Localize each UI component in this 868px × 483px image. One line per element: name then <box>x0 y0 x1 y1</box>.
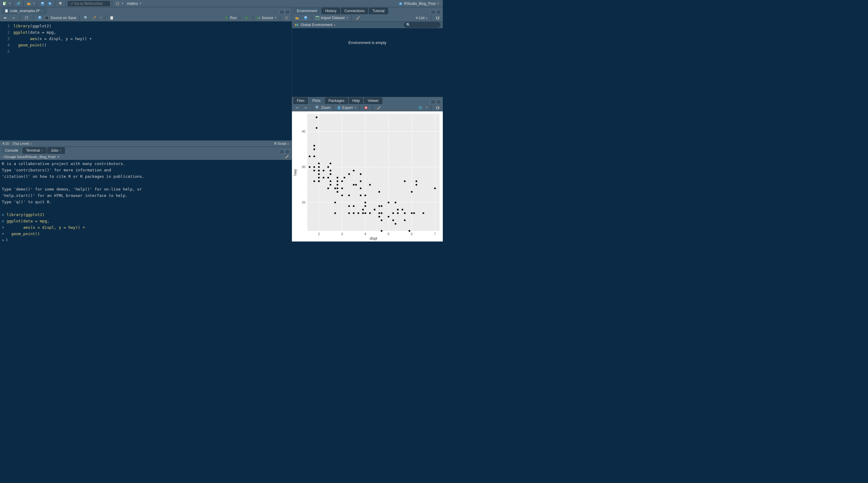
forward-icon[interactable]: ➡ <box>10 15 17 21</box>
dropdown-icon[interactable]: ▼ <box>33 2 35 5</box>
save-icon[interactable] <box>39 1 46 7</box>
print-icon[interactable] <box>57 1 64 7</box>
svg-point-133 <box>378 213 380 214</box>
clear-console-icon[interactable] <box>285 154 289 159</box>
source-on-save-label: Source on Save <box>51 16 76 20</box>
export-menu[interactable]: Export ▼ <box>337 105 356 110</box>
svg-point-71 <box>313 170 315 171</box>
clear-plots-icon[interactable] <box>376 105 382 111</box>
remove-plot-icon[interactable] <box>363 105 369 111</box>
console-output[interactable]: R is a collaborative project with many c… <box>0 160 292 242</box>
svg-point-92 <box>330 173 332 175</box>
new-file-icon[interactable] <box>1 1 8 7</box>
back-icon[interactable]: ⬅ <box>2 15 8 21</box>
svg-point-77 <box>316 127 317 129</box>
svg-rect-31 <box>316 16 319 17</box>
refresh-icon[interactable] <box>434 105 441 111</box>
save-icon[interactable] <box>36 15 43 21</box>
svg-point-157 <box>423 213 424 214</box>
svg-point-120 <box>360 188 362 189</box>
source-button[interactable]: Source ▼ <box>256 16 277 20</box>
tab-files[interactable]: Files <box>293 97 308 104</box>
tab-terminal[interactable]: Terminal × <box>23 147 46 154</box>
environment-search[interactable]: 🔍 <box>404 22 440 28</box>
tab-viewer[interactable]: Viewer <box>364 97 382 104</box>
svg-text:30: 30 <box>302 165 305 169</box>
svg-point-76 <box>316 117 317 118</box>
minimize-icon[interactable] <box>280 150 284 154</box>
svg-point-114 <box>353 213 355 214</box>
previous-plot-icon[interactable]: ⬅ <box>294 105 301 111</box>
save-workspace-icon[interactable] <box>302 15 309 21</box>
show-in-new-window-icon[interactable] <box>23 15 30 21</box>
outline-icon[interactable] <box>283 15 290 21</box>
tab-jobs[interactable]: Jobs × <box>47 147 65 154</box>
clear-objects-icon[interactable] <box>355 15 362 21</box>
close-icon[interactable]: × <box>60 149 62 152</box>
tab-help[interactable]: Help <box>349 97 364 104</box>
maximize-icon[interactable] <box>436 100 441 104</box>
search-icon: 🔍 <box>406 23 411 27</box>
minimize-icon[interactable] <box>431 100 436 104</box>
tab-plots[interactable]: Plots <box>309 97 324 104</box>
source-tab[interactable]: code_examples.R* × <box>1 8 47 14</box>
svg-rect-24 <box>247 17 248 19</box>
open-file-icon[interactable] <box>26 1 32 7</box>
tab-environment[interactable]: Environment <box>293 8 321 14</box>
scope-indicator[interactable]: (Top Level) ⇕ <box>12 142 32 145</box>
svg-point-95 <box>330 163 332 164</box>
maximize-icon[interactable] <box>285 10 290 14</box>
dropdown-icon[interactable]: ▼ <box>121 2 124 5</box>
code-tools-icon[interactable] <box>91 15 98 21</box>
load-workspace-icon[interactable] <box>294 15 301 21</box>
next-plot-icon[interactable]: ➡ <box>302 105 309 111</box>
compile-report-icon[interactable] <box>108 15 115 21</box>
svg-point-154 <box>413 213 415 214</box>
tab-history[interactable]: History <box>321 8 340 14</box>
svg-point-89 <box>328 177 329 179</box>
maximize-icon[interactable] <box>436 10 441 14</box>
tab-packages[interactable]: Packages <box>325 97 348 104</box>
dropdown-icon[interactable]: ▼ <box>8 2 11 5</box>
project-menu[interactable]: R RStudio_Blog_Post ▼ <box>399 2 439 6</box>
tab-tutorial[interactable]: Tutorial <box>369 8 388 14</box>
source-on-save-checkbox[interactable] <box>45 16 49 20</box>
svg-point-122 <box>362 213 364 214</box>
svg-rect-8 <box>49 3 51 4</box>
list-grid-toggle[interactable]: ≡ List ▼ <box>416 16 428 20</box>
svg-point-68 <box>309 156 310 157</box>
environment-scope[interactable]: Global Environment ▼ <box>301 23 336 27</box>
goto-file-input[interactable]: ↗ Go to file/function <box>68 1 110 6</box>
svg-point-139 <box>388 216 390 218</box>
zoom-button[interactable]: 🔍 Zoom <box>315 105 331 110</box>
refresh-icon[interactable] <box>434 15 441 21</box>
close-icon[interactable]: × <box>41 9 43 13</box>
code-editor[interactable]: 12345 library(ggplot2) ggplot(data = mpg… <box>0 22 292 140</box>
svg-point-87 <box>322 170 324 171</box>
publish-icon[interactable] <box>417 105 424 111</box>
rerun-icon[interactable] <box>243 15 250 21</box>
working-directory: ~/Google Drive/RStudio_Blog_Post/ <box>2 155 56 159</box>
svg-text:3: 3 <box>341 232 343 236</box>
svg-point-105 <box>341 188 343 189</box>
new-project-icon[interactable] <box>15 1 22 7</box>
file-type-indicator[interactable]: R Script ⇕ <box>274 142 289 145</box>
find-icon[interactable]: 🔍 <box>83 15 89 21</box>
svg-text:R: R <box>400 2 402 5</box>
minimize-icon[interactable] <box>280 10 284 14</box>
run-button[interactable]: Run <box>225 16 237 20</box>
close-icon[interactable]: × <box>41 149 43 152</box>
import-dataset-menu[interactable]: Import Dataset ▼ <box>315 16 348 20</box>
tab-connections[interactable]: Connections <box>341 8 368 14</box>
svg-rect-39 <box>307 114 439 231</box>
tab-console[interactable]: Console <box>1 147 22 154</box>
svg-point-156 <box>415 180 417 182</box>
addins-menu[interactable]: Addins ▼ <box>127 2 142 6</box>
minimize-icon[interactable] <box>431 10 436 14</box>
tools-grid-icon[interactable] <box>114 1 121 7</box>
goto-directory-icon[interactable]: ↗ <box>57 155 60 159</box>
maximize-icon[interactable] <box>285 150 290 154</box>
svg-text:20: 20 <box>302 200 305 204</box>
svg-rect-27 <box>285 19 288 19</box>
save-all-icon[interactable] <box>46 1 53 7</box>
